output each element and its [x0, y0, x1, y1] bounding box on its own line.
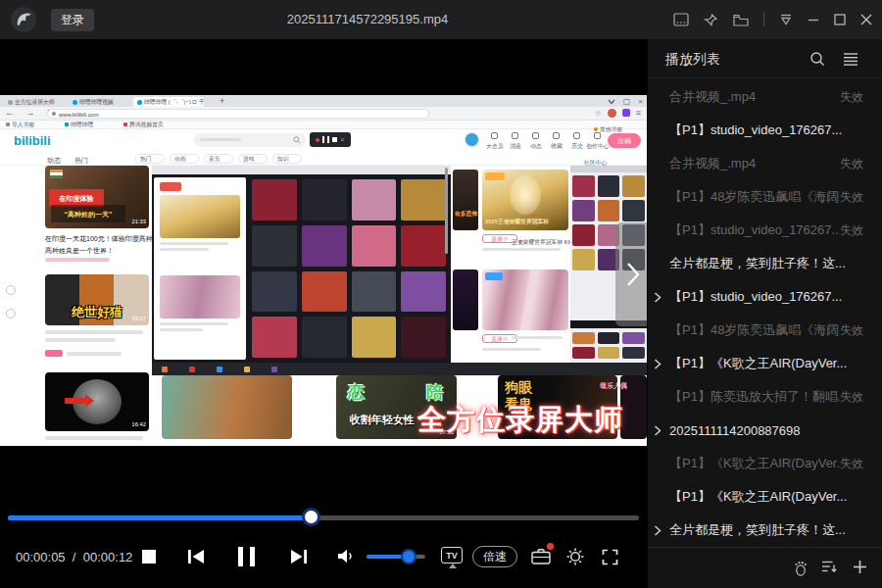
nested-white-panel: [154, 177, 246, 360]
playlist-item[interactable]: 2025111114200887698: [648, 414, 882, 447]
login-button[interactable]: 登录: [51, 9, 94, 31]
bili-chip: 动画: [170, 154, 199, 164]
playlist-toolbar: [648, 547, 882, 588]
playlist-search-icon[interactable]: [809, 51, 825, 70]
mini-thumb-grid-2: [572, 332, 645, 359]
playlist-item[interactable]: 【P1】48岁陈奕迅飙唱《海阔... 失效: [648, 314, 882, 347]
recorded-browser-window: 全方位录屏大师 哔哩哔哩视频 哔哩哔哩 (゜-゜)つロ 干杯~ + ▢×: [0, 95, 647, 446]
thumbnail-tile: [572, 347, 595, 359]
tab-label: 哔哩哔哩视频: [79, 98, 114, 106]
recorder-toolbar: ×: [310, 132, 351, 147]
playlist-sidebar: 播放列表 合并视频_.mp4 失效 【P1】s: [647, 39, 882, 588]
main-menu-icon[interactable]: [779, 14, 793, 26]
playlist-item-status: 失效: [840, 189, 863, 206]
bili-chip: 游戏: [238, 154, 268, 164]
volume-handle[interactable]: [403, 551, 415, 563]
bili-category-chips: 热门动画音乐游戏知识: [135, 154, 302, 164]
video-card-cats: 绝世好猫 03:27: [45, 274, 149, 325]
thumbnail-tile: [572, 175, 595, 197]
titlebar[interactable]: 登录 2025111714572295195.mp4: [0, 0, 882, 39]
lock-icon: [52, 112, 56, 116]
add-to-playlist-icon[interactable]: [853, 560, 867, 577]
playlist-item[interactable]: 【P1】《K歌之王AIR(DayVer... 失效: [648, 447, 882, 480]
playlist-header: 播放列表: [648, 39, 882, 78]
expand-chevron-icon[interactable]: [654, 359, 669, 369]
previous-button[interactable]: [187, 549, 205, 564]
thumbnail-tile: [252, 179, 297, 220]
thumbnail-tile: [252, 317, 297, 358]
playlist-menu-icon[interactable]: [843, 52, 858, 69]
video-card-scan: 16:42: [45, 372, 149, 431]
profile-avatar: [608, 109, 616, 118]
settings-gear-icon[interactable]: [565, 547, 585, 566]
nested-window-chrome: [152, 166, 451, 174]
expand-chevron-icon[interactable]: [654, 292, 669, 303]
playlist-item[interactable]: 【P1】48岁陈奕迅飙唱《海阔... 失效: [648, 180, 882, 214]
thumbnail-tile: [352, 179, 397, 220]
volume-icon[interactable]: [337, 549, 354, 564]
next-button[interactable]: [290, 549, 308, 564]
thumbnail-tile: [598, 175, 620, 197]
thumbnail-tile: [401, 317, 446, 358]
thumbnail-tile: [622, 332, 645, 344]
app-logo-icon[interactable]: [10, 6, 37, 33]
playlist-item[interactable]: 【P1】studio_video_176267...: [648, 280, 882, 314]
playlist-item[interactable]: 全片都是梗，笑到肚子疼！这...: [648, 247, 882, 280]
seek-handle[interactable]: [305, 511, 318, 523]
minimize-button[interactable]: [808, 14, 819, 25]
open-file-icon[interactable]: [733, 14, 749, 26]
recorded-window-controls: ▢×: [608, 97, 643, 106]
expand-chevron-icon[interactable]: [654, 525, 669, 536]
duration-label: 21:33: [131, 218, 146, 223]
bili-search-bar: [194, 133, 306, 147]
playlist-item[interactable]: 合并视频_.mp4 失效: [648, 80, 882, 114]
play-history-icon[interactable]: [793, 560, 808, 579]
playback-speed-button[interactable]: 倍速: [472, 546, 517, 567]
thumbnail-tile: [598, 332, 620, 344]
extension-icon: [622, 109, 630, 117]
toolbox-button[interactable]: [531, 548, 551, 564]
thumbnail-tile: [302, 271, 347, 313]
video-frame: 全方位录屏大师 哔哩哔哩视频 哔哩哔哩 (゜-゜)つロ 干杯~ + ▢×: [0, 54, 647, 458]
playlist-item-title: 【P1】studio_video_176267...: [669, 221, 840, 239]
playlist-item-title: 2025111114200887698: [669, 423, 863, 438]
seek-bar[interactable]: [8, 515, 639, 520]
trophy-badge: [485, 172, 505, 180]
video-display-area[interactable]: 全方位录屏大师 哔哩哔哩视频 哔哩哔哩 (゜-゜)つロ 干杯~ + ▢×: [0, 39, 647, 534]
carousel-next-button: [615, 222, 647, 326]
close-button[interactable]: [860, 14, 872, 25]
playlist-item[interactable]: 全片都是梗，笑到肚子疼！这...: [648, 514, 882, 547]
player-window: 登录 2025111714572295195.mp4: [0, 0, 882, 588]
sort-order-icon[interactable]: [821, 560, 838, 576]
new-tab-icon: +: [220, 96, 224, 106]
volume-slider[interactable]: [367, 555, 425, 559]
playlist-item[interactable]: 【P1】《K歌之王AIR(DayVer...: [648, 347, 882, 380]
playlist-item[interactable]: 【P1】《K歌之王AIR(DayVer...: [648, 480, 882, 514]
cast-tv-button[interactable]: TV: [441, 547, 463, 564]
video-card-cat2: [162, 375, 292, 439]
stop-button[interactable]: [142, 550, 156, 564]
maximize-button[interactable]: [834, 14, 846, 25]
time-current: 00:00:05: [16, 550, 66, 564]
thumbnail-tile: [572, 200, 595, 221]
bili-chip: 知识: [272, 154, 302, 164]
fullscreen-button[interactable]: [601, 548, 619, 566]
pause-button[interactable]: [238, 547, 255, 566]
expand-chevron-icon[interactable]: [654, 425, 669, 436]
recorded-browser-tab: 哔哩哔哩视频: [69, 97, 133, 107]
playlist-item-title: 【P1】《K歌之王AIR(DayVer...: [669, 455, 840, 472]
playlist-item[interactable]: 合并视频_.mp4 失效: [648, 147, 882, 180]
bookmark-star-icon: ☆: [595, 109, 602, 118]
page-scrollbar: [445, 168, 448, 254]
pin-on-top-icon[interactable]: [704, 13, 718, 27]
playlist-item[interactable]: 【P1】studio_video_176267...: [648, 114, 882, 147]
playlist-item[interactable]: 【P1】studio_video_176267... 失效: [648, 214, 882, 247]
thumbnail-tile: [572, 332, 595, 344]
playlist-item-title: 全片都是梗，笑到肚子疼！这...: [669, 255, 863, 272]
tab-favicon: [137, 100, 142, 105]
playlist-item[interactable]: 【P1】陈奕迅放大招了！翻唱... 失效: [648, 380, 882, 414]
thumbnail-tile: [302, 225, 347, 267]
nested-window-chrome: [570, 166, 647, 172]
thumbnail-tile: [252, 225, 297, 267]
mini-mode-icon[interactable]: [673, 13, 689, 26]
